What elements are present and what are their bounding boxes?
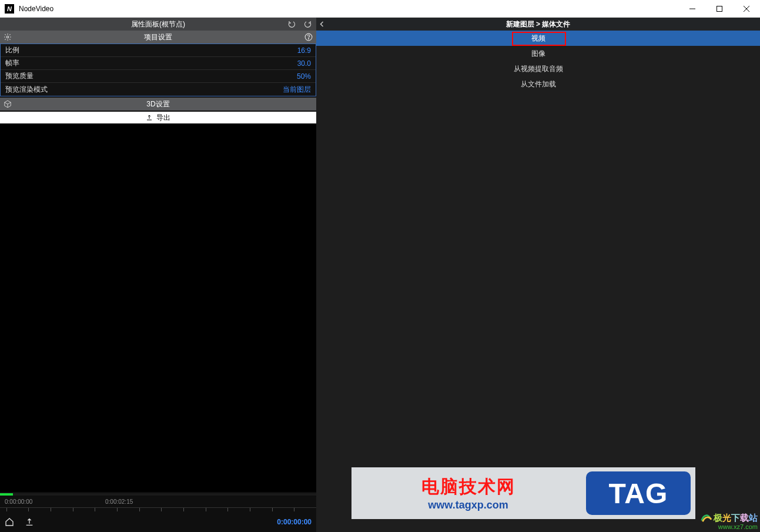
timeline-start-label: 0:00:00:00 — [5, 498, 32, 505]
watermark2-text: 极光下载站 — [714, 513, 758, 523]
timeline-mid-label: 0:00:02:15 — [105, 498, 133, 505]
properties-panel-header: 属性面板(根节点) — [0, 18, 316, 31]
window-controls — [679, 0, 760, 17]
maximize-button[interactable] — [706, 0, 733, 17]
watermark-url: www.tagxp.com — [428, 499, 508, 511]
project-settings-label: 项目设置 — [144, 32, 172, 42]
prop-value[interactable]: 16:9 — [264, 46, 311, 55]
export-label: 导出 — [156, 113, 170, 123]
timeline: 0:00:00:00 0:00:02:15 0:00:00:00 — [0, 492, 316, 532]
timeline-ruler[interactable]: 0:00:00:00 0:00:02:15 — [0, 496, 316, 507]
breadcrumb-text: 新建图层 > 媒体文件 — [506, 19, 571, 29]
timeline-track[interactable] — [0, 493, 316, 496]
prop-label: 比例 — [5, 45, 264, 55]
app-icon: N — [5, 4, 14, 14]
left-panel: 属性面板(根节点) 项目设置 比例 16:9 帧率 3 — [0, 18, 316, 532]
timeline-progress — [0, 493, 13, 496]
watermark2-url: www.xz7.com — [718, 524, 758, 531]
playhead-time[interactable]: 0:00:00:00 — [277, 518, 312, 526]
prop-row-preview-mode[interactable]: 预览渲染模式 当前图层 — [1, 83, 316, 96]
close-button[interactable] — [733, 0, 760, 17]
menu-item-label: 视频 — [531, 34, 545, 44]
menu-item-label: 从文件加载 — [521, 79, 556, 89]
watermark-tagxp: 电脑技术网 www.tagxp.com TAG — [351, 467, 695, 519]
menu-item-label: 图像 — [531, 49, 545, 59]
window-title: NodeVideo — [19, 5, 53, 13]
help-icon[interactable] — [304, 33, 313, 41]
share-button[interactable] — [25, 517, 34, 527]
home-button[interactable] — [5, 517, 14, 527]
3d-settings-section[interactable]: 3D设置 — [0, 98, 316, 111]
watermark-xz7: 极光下载站 www.xz7.com — [699, 511, 758, 531]
prop-label: 帧率 — [5, 58, 264, 68]
menu-item-image[interactable]: 图像 — [316, 46, 760, 61]
menu-item-load-from-file[interactable]: 从文件加载 — [316, 76, 760, 92]
right-panel: 新建图层 > 媒体文件 视频 图像 从视频提取音频 从文件加载 电脑技术网 ww… — [316, 18, 760, 532]
prop-value[interactable]: 当前图层 — [264, 85, 311, 95]
export-icon — [146, 114, 153, 121]
prop-value[interactable]: 50% — [264, 72, 311, 81]
gear-icon — [4, 33, 12, 41]
svg-point-4 — [6, 36, 9, 38]
menu-item-extract-audio[interactable]: 从视频提取音频 — [316, 61, 760, 76]
app-body: 属性面板(根节点) 项目设置 比例 16:9 帧率 3 — [0, 18, 760, 532]
breadcrumb-bar: 新建图层 > 媒体文件 — [316, 18, 760, 31]
prop-value[interactable]: 30.0 — [264, 59, 311, 68]
prop-row-preview-quality[interactable]: 预览质量 50% — [1, 70, 316, 83]
watermark-tag-badge: TAG — [586, 471, 691, 515]
svg-rect-1 — [717, 6, 722, 11]
timeline-toolbar: 0:00:00:00 — [0, 512, 316, 532]
project-properties: 比例 16:9 帧率 30.0 预览质量 50% 预览渲染模式 当前图层 — [0, 44, 316, 96]
preview-area[interactable] — [0, 123, 316, 492]
project-settings-section[interactable]: 项目设置 — [0, 31, 316, 44]
3d-settings-label: 3D设置 — [146, 99, 169, 109]
aurora-icon — [699, 511, 712, 524]
cube-icon — [4, 100, 12, 108]
redo-button[interactable] — [300, 18, 316, 31]
watermark-title: 电脑技术网 — [421, 475, 515, 499]
minimize-button[interactable] — [679, 0, 706, 17]
timeline-ticks — [0, 507, 316, 512]
title-bar: N NodeVideo — [0, 0, 760, 18]
prop-row-fps[interactable]: 帧率 30.0 — [1, 57, 316, 70]
prop-label: 预览渲染模式 — [5, 85, 264, 95]
prop-label: 预览质量 — [5, 71, 264, 81]
svg-point-6 — [309, 38, 309, 39]
undo-button[interactable] — [283, 18, 300, 31]
back-button[interactable] — [319, 21, 326, 28]
menu-item-label: 从视频提取音频 — [514, 64, 563, 74]
export-button[interactable]: 导出 — [0, 112, 316, 123]
properties-panel-title: 属性面板(根节点) — [131, 19, 185, 29]
menu-item-video[interactable]: 视频 — [316, 31, 760, 46]
prop-row-ratio[interactable]: 比例 16:9 — [1, 44, 316, 57]
